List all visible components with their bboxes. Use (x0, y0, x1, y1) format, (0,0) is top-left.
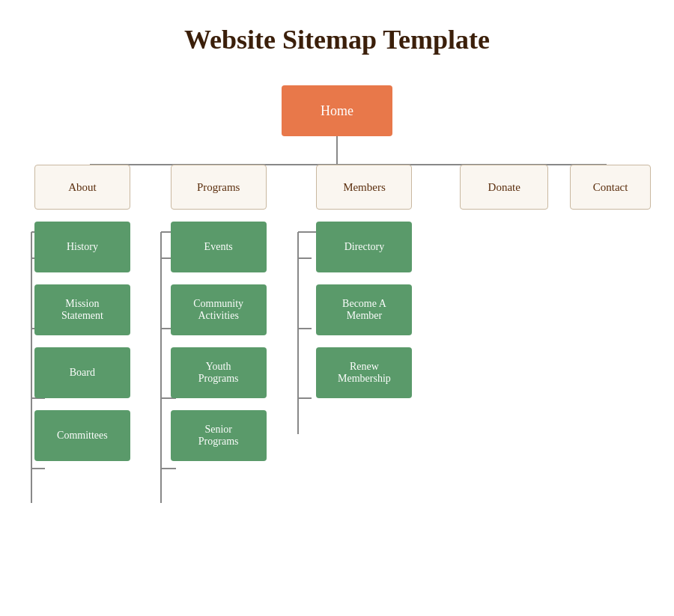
events-node[interactable]: Events (171, 222, 267, 272)
page-title: Website Sitemap Template (0, 0, 674, 85)
directory-node[interactable]: Directory (316, 222, 412, 272)
programs-node[interactable]: Programs (171, 165, 267, 210)
donate-column: Donate (455, 165, 553, 210)
home-node[interactable]: Home (282, 85, 392, 136)
members-column: Members Directory Become AMember RenewMe… (312, 165, 417, 398)
sitemap-container: Home (0, 85, 674, 491)
youth-programs-node[interactable]: YouthPrograms (171, 347, 267, 398)
history-node[interactable]: History (34, 222, 130, 272)
senior-programs-node[interactable]: SeniorPrograms (171, 410, 267, 461)
donate-node[interactable]: Donate (460, 165, 548, 210)
become-member-node[interactable]: Become AMember (316, 284, 412, 335)
about-node[interactable]: About (34, 165, 130, 210)
committees-node[interactable]: Committees (34, 410, 130, 461)
members-node[interactable]: Members (316, 165, 412, 210)
about-column: About History MissionStatement Board Com… (30, 165, 135, 461)
community-activities-node[interactable]: CommunityActivities (171, 284, 267, 335)
mission-statement-node[interactable]: MissionStatement (34, 284, 130, 335)
contact-column: Contact (569, 165, 652, 210)
board-node[interactable]: Board (34, 347, 130, 398)
renew-membership-node[interactable]: RenewMembership (316, 347, 412, 398)
contact-node[interactable]: Contact (570, 165, 651, 210)
programs-column: Programs Events CommunityActivities Yout… (166, 165, 271, 461)
